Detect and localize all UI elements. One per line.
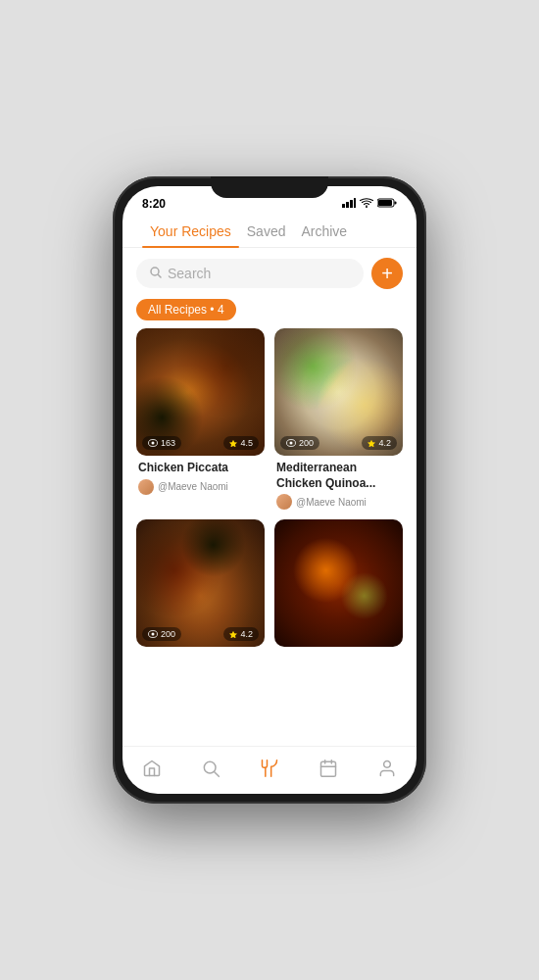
svg-point-16: [152, 633, 155, 636]
views-badge-0: 163: [142, 436, 181, 450]
tab-your-recipes[interactable]: Your Recipes: [142, 223, 239, 247]
battery-icon: [377, 198, 397, 210]
author-name-0: @Maeve Naomi: [158, 481, 228, 492]
wifi-icon: [360, 198, 373, 210]
home-icon: [142, 759, 162, 778]
recipe-title-0: Chicken Piccata: [138, 461, 263, 476]
nav-home[interactable]: [130, 755, 173, 782]
tab-saved[interactable]: Saved: [239, 223, 294, 247]
svg-marker-17: [229, 631, 237, 638]
svg-point-7: [151, 268, 159, 275]
svg-rect-21: [321, 761, 336, 776]
filter-area: All Recipes • 4: [122, 295, 416, 328]
search-icon: [150, 267, 162, 281]
author-avatar-1: [276, 494, 292, 510]
status-time: 8:20: [142, 197, 166, 211]
nav-search[interactable]: [189, 755, 232, 782]
recipe-info-1: Mediterranean Chicken Quinoa... @Maeve N…: [274, 456, 403, 510]
svg-rect-2: [350, 200, 353, 208]
nav-profile[interactable]: [366, 755, 409, 782]
recipe-stats-1: 200 4.2: [280, 436, 397, 450]
recipe-title-1: Mediterranean Chicken Quinoa...: [276, 461, 401, 491]
svg-rect-3: [354, 198, 356, 208]
rating-badge-2: 4.2: [223, 627, 259, 641]
svg-rect-6: [395, 202, 397, 205]
recipe-card-1[interactable]: 200 4.2 Mediterranean Chicken Quinoa...: [274, 328, 403, 510]
add-recipe-button[interactable]: +: [371, 258, 403, 289]
phone-frame: 8:20: [113, 176, 426, 804]
app-content: Your Recipes Saved Archive: [122, 214, 416, 794]
svg-point-13: [290, 442, 293, 445]
nav-calendar[interactable]: [307, 755, 350, 782]
svg-rect-1: [346, 202, 349, 208]
search-placeholder: Search: [168, 266, 211, 281]
recipe-image-2: 200 4.2: [136, 519, 265, 647]
tab-archive[interactable]: Archive: [293, 223, 355, 247]
svg-rect-5: [378, 200, 392, 206]
recipe-card-2[interactable]: 200 4.2: [136, 519, 265, 647]
views-badge-1: 200: [280, 436, 319, 450]
recipe-info-0: Chicken Piccata @Maeve Naomi: [136, 456, 265, 495]
recipe-card-0[interactable]: 163 4.5 Chicken Piccata @Maeve Na: [136, 328, 265, 510]
bottom-nav: [122, 746, 416, 794]
rating-badge-0: 4.5: [223, 436, 259, 450]
recipe-card-3[interactable]: [274, 519, 403, 647]
notch: [211, 176, 328, 198]
author-name-1: @Maeve Naomi: [296, 497, 367, 508]
recipe-author-1: @Maeve Naomi: [276, 494, 401, 510]
profile-icon: [377, 759, 397, 778]
tab-bar: Your Recipes Saved Archive: [122, 214, 416, 248]
svg-marker-14: [368, 440, 375, 447]
recipe-image-1: 200 4.2: [274, 328, 403, 456]
search-area: Search +: [122, 248, 416, 295]
svg-point-25: [384, 761, 391, 768]
calendar-icon: [318, 759, 338, 778]
rating-badge-1: 4.2: [362, 436, 397, 450]
recipe-author-0: @Maeve Naomi: [138, 479, 263, 495]
views-badge-2: 200: [142, 627, 181, 641]
fork-knife-icon: [260, 759, 279, 778]
phone-screen: 8:20: [122, 186, 416, 794]
signal-icon: [342, 198, 356, 210]
all-recipes-filter[interactable]: All Recipes • 4: [136, 299, 236, 320]
recipe-image-3: [274, 519, 403, 647]
recipes-grid: 163 4.5 Chicken Piccata @Maeve Na: [122, 328, 416, 746]
search-input-wrap[interactable]: Search: [136, 259, 364, 288]
recipe-stats-2: 200 4.2: [142, 627, 259, 641]
recipe-stats-0: 163 4.5: [142, 436, 259, 450]
recipe-image-0: 163 4.5: [136, 328, 265, 456]
status-icons: [342, 198, 397, 210]
svg-marker-11: [229, 440, 237, 447]
nav-recipes[interactable]: [248, 755, 291, 782]
svg-rect-0: [342, 204, 345, 208]
author-avatar-0: [138, 479, 154, 495]
svg-point-10: [152, 442, 155, 445]
svg-line-19: [215, 772, 220, 777]
svg-line-8: [159, 274, 162, 277]
search-nav-icon: [201, 759, 220, 778]
